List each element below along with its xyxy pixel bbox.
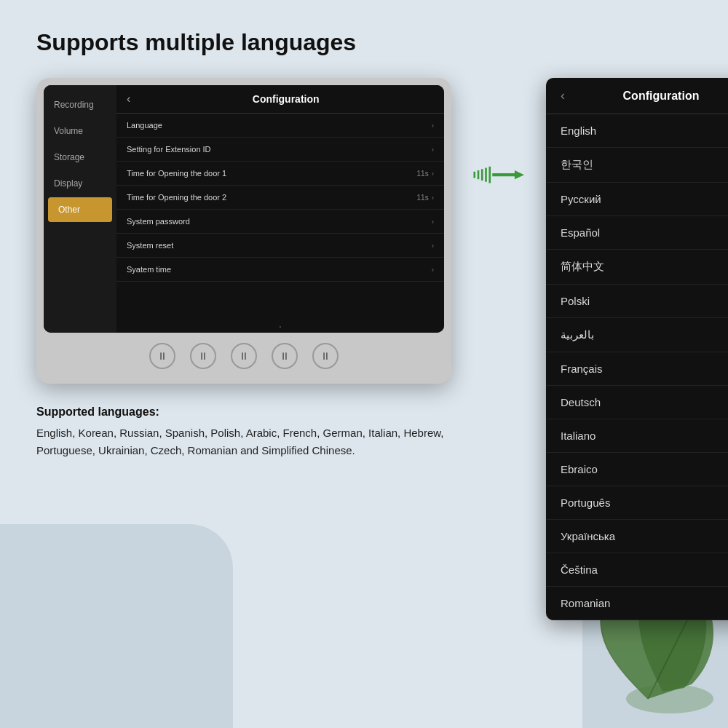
arrow-container [473,165,524,184]
lang-name: Français [561,363,603,375]
svg-marker-7 [515,170,524,179]
menu-item-time[interactable]: Syatem time › [116,258,444,282]
lang-name: Romanian [561,597,610,609]
lang-name: Українська [561,530,615,542]
menu-item-door1[interactable]: Time for Opening the door 1 11s› [116,162,444,186]
language-panel: ‹ Configuration English › 한국인 › Русский … [546,78,728,620]
lang-name: Ebraico [561,463,598,475]
lang-name: بالعربية [561,328,594,341]
lang-item-italian[interactable]: Italiano › [546,419,728,453]
lang-item-arabic[interactable]: بالعربية › [546,318,728,352]
lang-item-german[interactable]: Deutsch › [546,386,728,419]
lang-name: Español [561,226,600,239]
supported-title: Supported languages: [36,405,451,419]
device-mockup: Recording Volume Storage Display Other ‹ [36,78,451,459]
lang-item-french[interactable]: Français › [546,352,728,386]
menu-item-label: System reset [127,241,173,250]
menu-item-door2[interactable]: Time for Opening the door 2 11s› [116,186,444,210]
device-screen: Recording Volume Storage Display Other ‹ [44,85,444,333]
chevron-icon: › [432,146,434,154]
button-icon-3: ⏸ [239,350,249,362]
lang-item-ukrainian[interactable]: Українська › [546,520,728,553]
button-icon-1: ⏸ [157,350,167,362]
chevron-icon: › [432,218,434,226]
button-icon-4: ⏸ [280,350,290,362]
sidebar-volume[interactable]: Volume [44,119,116,143]
button-icon-5: ⏸ [320,350,331,362]
device-outer: Recording Volume Storage Display Other ‹ [36,78,451,384]
button-icon-2: ⏸ [198,350,208,362]
device-button-4[interactable]: ⏸ [272,343,298,369]
lang-name: 简体中文 [561,260,604,274]
sidebar-other[interactable]: Other [48,197,112,222]
screen-sidebar: Recording Volume Storage Display Other [44,85,116,333]
chevron-icon: › [432,266,434,274]
supported-text: English, Korean, Russian, Spanish, Polis… [36,424,451,459]
lang-item-chinese[interactable]: 简体中文 › [546,250,728,285]
device-button-5[interactable]: ⏸ [312,343,339,369]
lang-item-korean[interactable]: 한국인 › [546,148,728,183]
lang-name: Русский [561,193,601,205]
lang-name: English [561,124,596,137]
lang-item-polish[interactable]: Polski › [546,285,728,318]
menu-item-label: Language [127,121,162,130]
menu-item-label: Time for Opening the door 2 [127,193,226,202]
lang-item-english[interactable]: English › [546,114,728,148]
chevron-icon: › [432,242,434,250]
arrow-icon [473,165,524,184]
menu-item-label: Setting for Extension ID [127,145,211,154]
device-button-2[interactable]: ⏸ [190,343,216,369]
lang-back-button[interactable]: ‹ [561,88,565,103]
lang-name: Italiano [561,430,596,442]
menu-item-label: System password [127,217,190,226]
screen-back-button[interactable]: ‹ [127,92,130,106]
device-screen-area: Recording Volume Storage Display Other ‹ [44,85,444,333]
sidebar-recording[interactable]: Recording [44,92,116,117]
lang-item-spanish[interactable]: Español › [546,216,728,250]
lang-item-russian[interactable]: Русский › [546,183,728,216]
page-title: Supports multiple languages [36,29,692,56]
lang-item-hebrew[interactable]: Ebraico › [546,453,728,486]
lang-name: Polski [561,295,590,307]
device-bottom-bar: ⏸ ⏸ ⏸ ⏸ ⏸ [44,333,444,376]
device-button-1[interactable]: ⏸ [149,343,175,369]
lang-name: Deutsch [561,396,601,408]
chevron-icon: › [432,194,434,202]
menu-item-label: Time for Opening the door 1 [127,169,226,178]
chevron-icon: › [432,122,434,130]
device-button-3[interactable]: ⏸ [231,343,257,369]
lang-item-czech[interactable]: Čeština › [546,553,728,587]
menu-item-reset[interactable]: System reset › [116,234,444,258]
lang-name: Português [561,496,610,509]
svg-point-0 [626,684,713,713]
menu-item-extension[interactable]: Setting for Extension ID › [116,138,444,162]
supported-section: Supported languages: English, Korean, Ru… [36,405,451,459]
screen-main: ‹ Configuration Language › Sett [116,85,444,333]
lang-panel-header: ‹ Configuration [546,78,728,114]
sidebar-storage[interactable]: Storage [44,145,116,170]
screen-dot: • [116,320,444,333]
sidebar-display[interactable]: Display [44,171,116,196]
lang-item-romanian[interactable]: Romanian › [546,587,728,620]
menu-list: Language › Setting for Extension ID › Ti… [116,114,444,320]
menu-item-label: Syatem time [127,265,171,274]
screen-title: Configuration [138,93,434,105]
chevron-icon: › [432,170,434,178]
lang-item-portuguese[interactable]: Português › [546,486,728,520]
menu-item-value: 11s [417,170,429,178]
lang-panel-title: Configuration [572,90,728,103]
lang-name: Čeština [561,563,598,576]
menu-item-password[interactable]: System password › [116,210,444,234]
lang-name: 한국인 [561,158,593,172]
menu-item-language[interactable]: Language › [116,114,444,138]
menu-item-value: 11s [417,194,429,202]
screen-header: ‹ Configuration [116,85,444,114]
